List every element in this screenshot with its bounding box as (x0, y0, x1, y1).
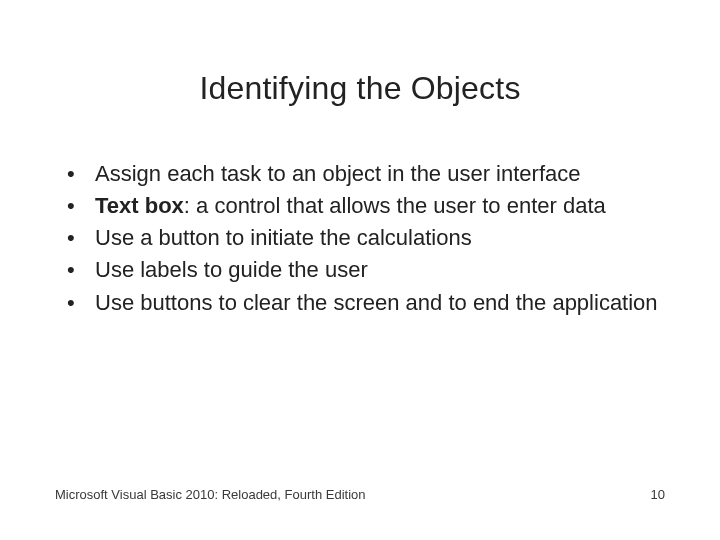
slide: Identifying the Objects Assign each task… (0, 0, 720, 540)
page-number: 10 (651, 487, 665, 502)
bullet-item: Use a button to initiate the calculation… (55, 224, 665, 252)
term-text-box: Text box (95, 193, 184, 218)
bullet-item: Text box: a control that allows the user… (55, 192, 665, 220)
slide-body: Assign each task to an object in the use… (55, 160, 665, 321)
bullet-item: Assign each task to an object in the use… (55, 160, 665, 188)
bullet-list: Assign each task to an object in the use… (55, 160, 665, 317)
bullet-text: : a control that allows the user to ente… (184, 193, 606, 218)
footer-source: Microsoft Visual Basic 2010: Reloaded, F… (55, 487, 365, 502)
bullet-item: Use buttons to clear the screen and to e… (55, 289, 665, 317)
bullet-item: Use labels to guide the user (55, 256, 665, 284)
slide-title: Identifying the Objects (0, 70, 720, 107)
